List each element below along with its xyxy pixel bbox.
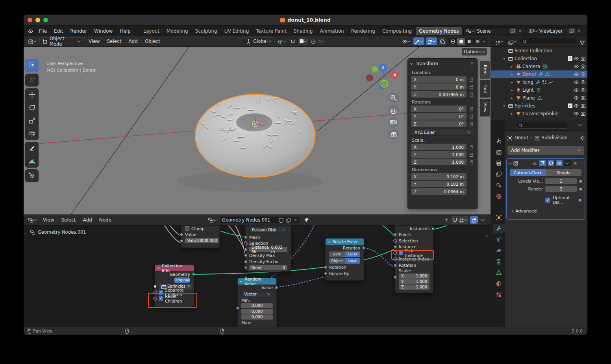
measure-tool[interactable] <box>25 155 39 168</box>
node-rotate-euler[interactable]: Rotate Euler Rotation Axis Angle Euler O… <box>325 238 364 281</box>
object-button[interactable]: Object <box>329 258 345 264</box>
location-field[interactable]: Z-0.007965 m <box>411 91 467 98</box>
hide-eye-icon[interactable] <box>574 79 579 85</box>
rotation-field[interactable]: Y0° <box>411 113 467 120</box>
parent-tree-icon[interactable] <box>443 217 450 223</box>
move-tool[interactable] <box>25 88 39 101</box>
cursor-tool[interactable] <box>25 74 39 87</box>
node-distribute-points[interactable]: Poisson Disk Mesh Selection Distance Mi0… <box>245 225 291 272</box>
disable-render-icon[interactable] <box>580 87 586 93</box>
pin-icon[interactable] <box>303 217 309 223</box>
viewport-3d[interactable]: Z X User Perspective (43) Collection | D… <box>24 47 491 214</box>
lock-icon[interactable] <box>469 114 474 119</box>
instances-socket[interactable] <box>431 227 435 230</box>
viewport-display-toggle[interactable] <box>548 160 554 166</box>
panel-drag-handle[interactable]: ⠿ <box>471 62 474 66</box>
collection-checkbox[interactable] <box>568 103 572 108</box>
lock-icon[interactable] <box>469 92 474 97</box>
menubar-item[interactable]: Edit <box>50 27 67 35</box>
maximize-window-button[interactable] <box>43 18 48 22</box>
node-editor[interactable]: Geometry Nodes.001 › ‹ Clamp Value Valu1… <box>24 225 491 327</box>
outliner-row[interactable]: ▾ Collection <box>491 55 587 63</box>
display-mode-button[interactable] <box>507 37 518 45</box>
scene-selector[interactable]: Scene × <box>463 27 525 35</box>
menubar-item[interactable]: Render <box>67 27 91 35</box>
outliner-row[interactable]: ▸ Donut <box>491 70 587 78</box>
transform-orientation-dropdown[interactable]: Global <box>243 37 275 45</box>
editor-type-button[interactable] <box>27 216 38 224</box>
options-button[interactable]: Options <box>462 48 487 55</box>
disclosure-triangle[interactable]: ▸ <box>509 80 515 84</box>
close-window-button[interactable] <box>28 18 32 22</box>
node-editor-menu-item[interactable]: Node <box>96 216 115 224</box>
disclosure-triangle[interactable]: ▸ <box>509 88 515 92</box>
outliner-row[interactable]: ▸ Camera <box>491 63 587 70</box>
scale-field[interactable]: Z1.000 <box>411 159 467 165</box>
node-random-value[interactable]: Random Value Value Vector Min: 0.000 0.0… <box>237 278 277 327</box>
titlebar[interactable]: donut_10.blend <box>24 15 587 26</box>
copy-icon[interactable] <box>286 217 291 223</box>
workspace-tab[interactable]: Compositing <box>379 27 415 35</box>
overlays-toggle[interactable] <box>426 37 437 45</box>
lock-icon[interactable] <box>469 77 474 82</box>
breadcrumb-modifier[interactable]: Subdivision <box>542 135 568 140</box>
lock-icon[interactable] <box>469 144 474 150</box>
optimal-display-checkbox[interactable] <box>545 198 550 203</box>
density-max-socket[interactable] <box>244 254 247 257</box>
sidebar-tab-tool[interactable]: Tool <box>480 80 490 98</box>
viewport-menu-item[interactable]: Object <box>141 37 164 45</box>
scale-field[interactable]: Y1.000 <box>399 279 430 284</box>
menubar-item[interactable]: Help <box>116 27 134 35</box>
disable-render-icon[interactable] <box>580 64 586 69</box>
modifier-value-field[interactable]: 2 <box>545 186 577 192</box>
local-button[interactable]: Local <box>345 258 361 264</box>
node-snap-button[interactable] <box>451 216 468 224</box>
breadcrumb-object[interactable]: Donut <box>515 135 528 140</box>
disable-render-icon[interactable] <box>580 72 586 77</box>
properties-tab[interactable] <box>493 268 505 277</box>
catmull-clark-button[interactable]: Catmull-Clark <box>510 169 546 176</box>
seed-socket[interactable] <box>244 266 247 269</box>
hide-eye-icon[interactable] <box>574 95 579 101</box>
axis-angle-button[interactable]: Axis Angle <box>329 251 345 257</box>
density-factor-socket[interactable] <box>244 260 247 263</box>
disable-render-icon[interactable] <box>580 95 586 101</box>
lock-icon[interactable] <box>469 106 474 111</box>
points-socket[interactable] <box>394 233 397 236</box>
editor-type-button[interactable] <box>494 37 505 45</box>
distance-min-field[interactable]: Distance Mi0.003 m <box>249 247 287 252</box>
scale-field[interactable]: X1.000 <box>411 144 467 150</box>
rotate-tool[interactable] <box>25 101 39 114</box>
hide-eye-icon[interactable] <box>574 72 579 77</box>
rotate-euler-header[interactable]: Rotate Euler <box>326 238 364 245</box>
animate-dot[interactable]: ● <box>579 187 581 191</box>
select-box-tool[interactable] <box>25 59 39 72</box>
disclosure-triangle[interactable]: ▸ <box>509 65 515 68</box>
outliner-row[interactable]: ▾ Sprinkles <box>491 102 587 110</box>
rotation-field[interactable]: X0° <box>411 105 467 112</box>
value-socket[interactable] <box>180 239 183 242</box>
disable-render-icon[interactable] <box>580 79 586 85</box>
outliner-row[interactable]: ▸ Curved Sprinkle <box>491 110 587 118</box>
modifier-panel-header[interactable]: × ⠿ <box>507 159 585 167</box>
menubar-item[interactable]: File <box>35 27 50 35</box>
disable-render-icon[interactable] <box>580 56 586 61</box>
euler-button[interactable]: Euler <box>345 251 361 257</box>
outliner-row[interactable]: ▸ Light <box>491 86 587 94</box>
mesh-socket[interactable] <box>244 236 247 239</box>
rotation-mode-dropdown[interactable]: XYZ Euler <box>411 129 474 136</box>
node-tree-selector[interactable]: Geometry Nodes.001 × <box>219 216 300 224</box>
properties-tab[interactable] <box>493 279 505 288</box>
lock-icon[interactable] <box>469 152 474 157</box>
disable-render-icon[interactable] <box>580 103 586 109</box>
distance-min-socket[interactable] <box>244 248 247 251</box>
unlink-scene-button[interactable]: × <box>518 28 523 33</box>
outliner-row[interactable]: ▸ Icing <box>491 78 587 86</box>
collection-socket[interactable] <box>154 285 157 288</box>
properties-tab[interactable] <box>493 257 505 266</box>
editor-type-button[interactable] <box>27 37 38 45</box>
lock-icon[interactable] <box>469 121 474 126</box>
outliner-search[interactable] <box>520 38 578 45</box>
remove-modifier-button[interactable]: × <box>572 161 578 166</box>
instance-socket[interactable] <box>394 245 397 248</box>
